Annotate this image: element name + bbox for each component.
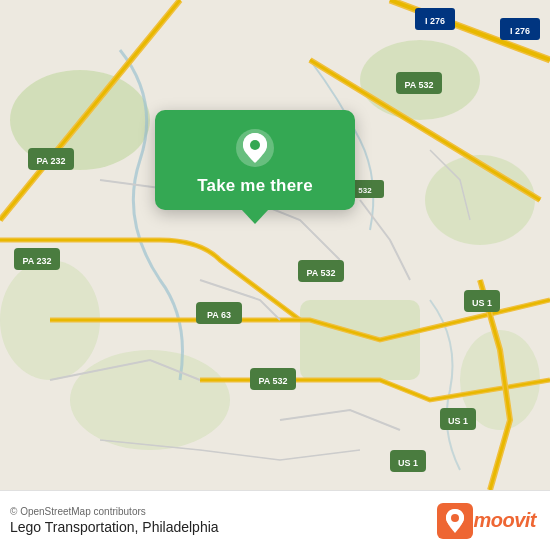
popup-card[interactable]: Take me there — [155, 110, 355, 210]
svg-text:I 276: I 276 — [425, 16, 445, 26]
moovit-logo: moovit — [437, 503, 536, 539]
take-me-there-label: Take me there — [197, 176, 313, 196]
location-title: Lego Transportation, Philadelphia — [10, 519, 219, 535]
svg-text:PA 232: PA 232 — [36, 156, 65, 166]
svg-point-37 — [451, 514, 459, 522]
svg-text:PA 532: PA 532 — [404, 80, 433, 90]
svg-text:US 1: US 1 — [398, 458, 418, 468]
svg-text:532: 532 — [358, 186, 372, 195]
svg-text:US 1: US 1 — [448, 416, 468, 426]
svg-text:US 1: US 1 — [472, 298, 492, 308]
moovit-brand-icon — [437, 503, 473, 539]
svg-point-34 — [250, 140, 260, 150]
map-svg: PA 232 PA 232 I 276 I 276 PA 532 PA 532 … — [0, 0, 550, 490]
svg-text:I 276: I 276 — [510, 26, 530, 36]
map-container: PA 232 PA 232 I 276 I 276 PA 532 PA 532 … — [0, 0, 550, 490]
svg-rect-4 — [300, 300, 420, 380]
moovit-brand-text: moovit — [473, 509, 536, 532]
svg-text:PA 532: PA 532 — [258, 376, 287, 386]
svg-point-3 — [425, 155, 535, 245]
svg-text:PA 532: PA 532 — [306, 268, 335, 278]
bottom-bar: © OpenStreetMap contributors Lego Transp… — [0, 490, 550, 550]
svg-text:PA 232: PA 232 — [22, 256, 51, 266]
bottom-left: © OpenStreetMap contributors Lego Transp… — [10, 506, 219, 535]
svg-text:PA 63: PA 63 — [207, 310, 231, 320]
svg-point-5 — [70, 350, 230, 450]
location-pin-icon — [235, 128, 275, 168]
copyright-text: © OpenStreetMap contributors — [10, 506, 219, 517]
